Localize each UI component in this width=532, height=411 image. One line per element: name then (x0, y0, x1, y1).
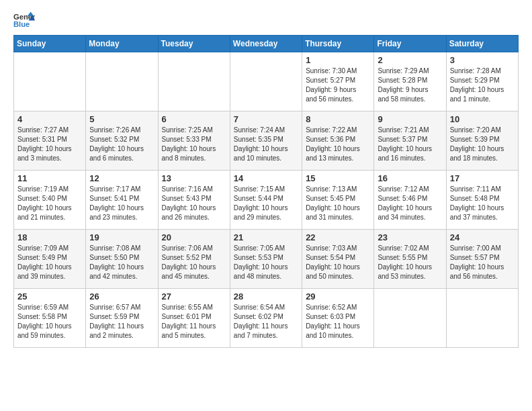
calendar-cell (158, 52, 230, 111)
calendar-cell: 20Sunrise: 7:06 AM Sunset: 5:52 PM Dayli… (158, 230, 230, 289)
calendar-cell: 25Sunrise: 6:59 AM Sunset: 5:58 PM Dayli… (14, 289, 86, 348)
calendar-cell: 4Sunrise: 7:27 AM Sunset: 5:31 PM Daylig… (14, 111, 86, 171)
svg-text:Blue: Blue (13, 20, 30, 28)
logo-icon: General Blue (13, 11, 35, 30)
calendar-cell: 14Sunrise: 7:15 AM Sunset: 5:44 PM Dayli… (230, 171, 302, 230)
calendar-cell: 9Sunrise: 7:21 AM Sunset: 5:37 PM Daylig… (374, 111, 446, 171)
day-info: Sunrise: 7:02 AM Sunset: 5:55 PM Dayligh… (378, 244, 442, 281)
calendar-cell: 11Sunrise: 7:19 AM Sunset: 5:40 PM Dayli… (14, 171, 86, 230)
day-info: Sunrise: 7:26 AM Sunset: 5:32 PM Dayligh… (89, 126, 154, 163)
calendar-week-row: 1Sunrise: 7:30 AM Sunset: 5:27 PM Daylig… (14, 52, 519, 111)
day-info: Sunrise: 7:28 AM Sunset: 5:29 PM Dayligh… (450, 66, 515, 104)
day-info: Sunrise: 7:11 AM Sunset: 5:48 PM Dayligh… (450, 185, 515, 222)
calendar-cell: 28Sunrise: 6:54 AM Sunset: 6:02 PM Dayli… (230, 289, 302, 348)
calendar-week-row: 25Sunrise: 6:59 AM Sunset: 5:58 PM Dayli… (14, 289, 519, 348)
calendar-cell (230, 52, 302, 111)
calendar-cell (374, 289, 446, 348)
calendar-cell: 13Sunrise: 7:16 AM Sunset: 5:43 PM Dayli… (158, 171, 230, 230)
calendar-header: Sunday Monday Tuesday Wednesday Thursday… (14, 36, 519, 52)
calendar-body: 1Sunrise: 7:30 AM Sunset: 5:27 PM Daylig… (14, 52, 519, 348)
day-number: 11 (17, 173, 82, 183)
calendar-cell (446, 289, 518, 348)
calendar-cell: 26Sunrise: 6:57 AM Sunset: 5:59 PM Dayli… (86, 289, 158, 348)
day-info: Sunrise: 6:52 AM Sunset: 6:03 PM Dayligh… (306, 303, 370, 340)
calendar-cell: 3Sunrise: 7:28 AM Sunset: 5:29 PM Daylig… (446, 52, 518, 111)
day-number: 20 (162, 232, 226, 242)
day-number: 14 (234, 173, 298, 183)
calendar-cell: 27Sunrise: 6:55 AM Sunset: 6:01 PM Dayli… (158, 289, 230, 348)
day-info: Sunrise: 7:13 AM Sunset: 5:45 PM Dayligh… (306, 185, 370, 222)
day-number: 5 (89, 114, 154, 124)
day-info: Sunrise: 7:00 AM Sunset: 5:57 PM Dayligh… (450, 244, 515, 281)
day-number: 18 (17, 232, 82, 242)
calendar-cell (86, 52, 158, 111)
logo: General Blue (13, 11, 38, 30)
day-info: Sunrise: 7:15 AM Sunset: 5:44 PM Dayligh… (234, 185, 298, 222)
calendar-cell: 12Sunrise: 7:17 AM Sunset: 5:41 PM Dayli… (86, 171, 158, 230)
header-monday: Monday (86, 36, 158, 52)
day-number: 2 (378, 55, 442, 65)
day-info: Sunrise: 7:22 AM Sunset: 5:36 PM Dayligh… (306, 126, 370, 163)
day-info: Sunrise: 7:30 AM Sunset: 5:27 PM Dayligh… (306, 66, 370, 104)
day-info: Sunrise: 6:57 AM Sunset: 5:59 PM Dayligh… (89, 303, 154, 340)
day-number: 16 (378, 173, 442, 183)
day-number: 23 (378, 232, 442, 242)
day-info: Sunrise: 7:27 AM Sunset: 5:31 PM Dayligh… (17, 126, 82, 163)
day-number: 17 (450, 173, 515, 183)
calendar-cell: 5Sunrise: 7:26 AM Sunset: 5:32 PM Daylig… (86, 111, 158, 171)
calendar-cell: 2Sunrise: 7:29 AM Sunset: 5:28 PM Daylig… (374, 52, 446, 111)
calendar-cell: 22Sunrise: 7:03 AM Sunset: 5:54 PM Dayli… (302, 230, 374, 289)
header-saturday: Saturday (446, 36, 518, 52)
calendar-cell (14, 52, 86, 111)
day-number: 19 (89, 232, 154, 242)
day-number: 15 (306, 173, 370, 183)
calendar-table: Sunday Monday Tuesday Wednesday Thursday… (13, 35, 519, 348)
header-thursday: Thursday (302, 36, 374, 52)
day-number: 8 (306, 114, 370, 124)
header-wednesday: Wednesday (230, 36, 302, 52)
header-friday: Friday (374, 36, 446, 52)
day-number: 4 (17, 114, 82, 124)
day-number: 28 (234, 291, 298, 302)
day-number: 21 (234, 232, 298, 242)
calendar-cell: 8Sunrise: 7:22 AM Sunset: 5:36 PM Daylig… (302, 111, 374, 171)
calendar-cell: 10Sunrise: 7:20 AM Sunset: 5:39 PM Dayli… (446, 111, 518, 171)
calendar-cell: 21Sunrise: 7:05 AM Sunset: 5:53 PM Dayli… (230, 230, 302, 289)
day-info: Sunrise: 7:20 AM Sunset: 5:39 PM Dayligh… (450, 126, 515, 163)
day-number: 22 (306, 232, 370, 242)
header-sunday: Sunday (14, 36, 86, 52)
day-number: 6 (162, 114, 226, 124)
day-info: Sunrise: 7:09 AM Sunset: 5:49 PM Dayligh… (17, 244, 82, 281)
calendar-cell: 6Sunrise: 7:25 AM Sunset: 5:33 PM Daylig… (158, 111, 230, 171)
day-number: 1 (306, 55, 370, 65)
day-number: 7 (234, 114, 298, 124)
day-info: Sunrise: 7:17 AM Sunset: 5:41 PM Dayligh… (89, 185, 154, 222)
day-info: Sunrise: 7:06 AM Sunset: 5:52 PM Dayligh… (162, 244, 226, 281)
calendar-cell: 23Sunrise: 7:02 AM Sunset: 5:55 PM Dayli… (374, 230, 446, 289)
calendar-week-row: 11Sunrise: 7:19 AM Sunset: 5:40 PM Dayli… (14, 171, 519, 230)
day-number: 25 (17, 291, 82, 302)
day-number: 12 (89, 173, 154, 183)
day-info: Sunrise: 6:55 AM Sunset: 6:01 PM Dayligh… (162, 303, 226, 340)
calendar-cell: 19Sunrise: 7:08 AM Sunset: 5:50 PM Dayli… (86, 230, 158, 289)
day-number: 27 (162, 291, 226, 302)
day-info: Sunrise: 7:24 AM Sunset: 5:35 PM Dayligh… (234, 126, 298, 163)
calendar-week-row: 18Sunrise: 7:09 AM Sunset: 5:49 PM Dayli… (14, 230, 519, 289)
day-info: Sunrise: 7:29 AM Sunset: 5:28 PM Dayligh… (378, 66, 442, 104)
day-number: 9 (378, 114, 442, 124)
day-info: Sunrise: 7:21 AM Sunset: 5:37 PM Dayligh… (378, 126, 442, 163)
day-number: 13 (162, 173, 226, 183)
day-info: Sunrise: 6:54 AM Sunset: 6:02 PM Dayligh… (234, 303, 298, 340)
calendar-cell: 16Sunrise: 7:12 AM Sunset: 5:46 PM Dayli… (374, 171, 446, 230)
calendar-week-row: 4Sunrise: 7:27 AM Sunset: 5:31 PM Daylig… (14, 111, 519, 171)
day-info: Sunrise: 6:59 AM Sunset: 5:58 PM Dayligh… (17, 303, 82, 340)
day-number: 3 (450, 55, 515, 65)
calendar-cell: 15Sunrise: 7:13 AM Sunset: 5:45 PM Dayli… (302, 171, 374, 230)
calendar-cell: 24Sunrise: 7:00 AM Sunset: 5:57 PM Dayli… (446, 230, 518, 289)
day-info: Sunrise: 7:05 AM Sunset: 5:53 PM Dayligh… (234, 244, 298, 281)
day-number: 29 (306, 291, 370, 302)
day-info: Sunrise: 7:12 AM Sunset: 5:46 PM Dayligh… (378, 185, 442, 222)
header: General Blue (13, 11, 519, 30)
day-info: Sunrise: 7:16 AM Sunset: 5:43 PM Dayligh… (162, 185, 226, 222)
day-info: Sunrise: 7:08 AM Sunset: 5:50 PM Dayligh… (89, 244, 154, 281)
